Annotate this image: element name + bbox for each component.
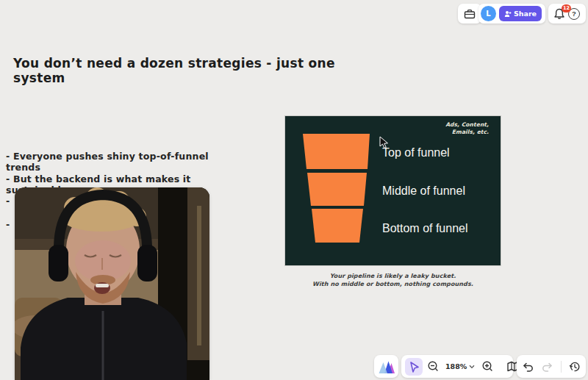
- zoom-level-dropdown[interactable]: 188%: [443, 358, 477, 376]
- briefcase-icon: [463, 7, 476, 21]
- mouse-cursor-icon: [379, 136, 390, 149]
- share-person-icon: [504, 10, 512, 18]
- share-pill: L Share: [478, 4, 545, 24]
- pointer-icon: [407, 360, 420, 373]
- zoom-in-button[interactable]: [478, 358, 496, 376]
- notifications-button[interactable]: 12: [553, 7, 566, 21]
- slide-caption[interactable]: Your pipeline is likely a leaky bucket. …: [285, 273, 501, 288]
- caption-line-2: With no middle or bottom, nothing compou…: [285, 281, 501, 289]
- share-label: Share: [514, 10, 537, 18]
- redo-button[interactable]: [539, 358, 556, 376]
- alerts-pill: 12 ?: [548, 4, 586, 24]
- divider: [561, 361, 562, 373]
- history-clock-icon: [568, 360, 581, 373]
- webcam-scene: [15, 187, 209, 380]
- zoom-out-icon: [427, 360, 440, 373]
- bullet-line[interactable]: - Everyone pushes shiny top-of-funnel tr…: [6, 151, 241, 173]
- toolbox-button[interactable]: [461, 5, 478, 23]
- board-title-text[interactable]: You don’t need a dozen strategies - just…: [13, 56, 351, 85]
- app-logo-button[interactable]: [376, 358, 397, 376]
- notification-badge: 12: [562, 4, 571, 12]
- chevron-down-icon: [469, 365, 475, 369]
- share-button[interactable]: Share: [499, 6, 542, 21]
- undo-button[interactable]: [519, 358, 537, 376]
- undo-icon: [521, 360, 534, 373]
- funnel-slide[interactable]: Top of funnel Middle of funnel Bottom of…: [285, 116, 501, 265]
- tools-pill: 188%: [401, 355, 513, 378]
- zoom-in-icon: [481, 360, 494, 373]
- funnel-label-top: Top of funnel: [382, 146, 450, 159]
- funnel-label-middle: Middle of funnel: [382, 184, 465, 198]
- zoom-out-button[interactable]: [424, 358, 442, 376]
- caption-line-1: Your pipeline is likely a leaky bucket.: [285, 273, 501, 281]
- avatar[interactable]: L: [481, 6, 496, 21]
- zoom-level-value: 188%: [445, 362, 467, 370]
- history-pill: [517, 355, 586, 378]
- pointer-tool-button[interactable]: [405, 358, 423, 376]
- slide-annotation: Ads, Content, Emails, etc.: [442, 121, 489, 135]
- webcam-video-overlay: [15, 187, 209, 380]
- assist-pill: [374, 355, 398, 378]
- history-button[interactable]: [566, 358, 584, 376]
- funnel-label-bottom: Bottom of funnel: [382, 222, 468, 235]
- redo-icon: [541, 360, 554, 373]
- funnel-diagram: [300, 133, 373, 245]
- app-logo-icon: [378, 359, 395, 374]
